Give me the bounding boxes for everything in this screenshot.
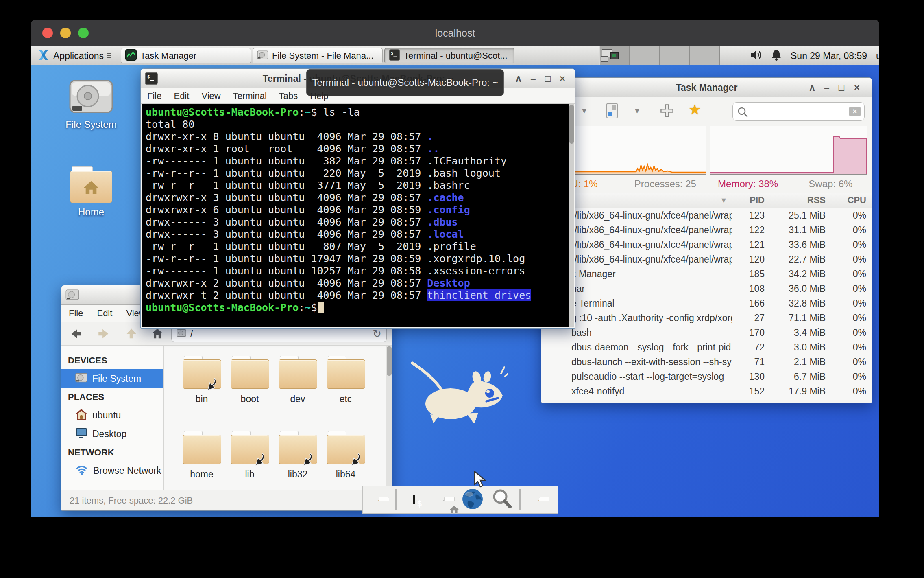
dock-item-web-browser[interactable] — [461, 488, 484, 512]
process-row[interactable]: r/lib/x86_64-linux-gnu/xfce4/panel/wrapp… — [541, 252, 872, 267]
terminal-output-line: drwxrwxr-x 3 ubuntu ubuntu 4096 Mar 29 0… — [146, 192, 569, 204]
taskbar-button-task-manager[interactable]: Task Manager — [121, 48, 251, 63]
search-field[interactable]: × — [732, 102, 865, 121]
chevron-down-icon[interactable]: ▾ — [582, 105, 586, 116]
workspace-1[interactable] — [599, 46, 630, 65]
shade-button-icon[interactable]: ∧ — [805, 78, 819, 97]
terminal-output-line: -rw------- 1 ubuntu ubuntu 10257 Mar 29 … — [146, 265, 569, 277]
menu-item-terminal[interactable]: Terminal — [233, 91, 267, 101]
menu-item-file[interactable]: File — [147, 91, 161, 101]
folder-item-home[interactable]: home — [178, 430, 226, 490]
folder-icon — [231, 435, 269, 464]
applications-menu-button[interactable]: Applications — [33, 46, 116, 65]
scrollbar[interactable] — [386, 346, 392, 490]
reload-icon[interactable]: ↻ — [373, 328, 381, 340]
process-table-header[interactable]: ▾ PID RSS CPU — [541, 193, 872, 208]
folder-item-etc[interactable]: etc — [322, 355, 370, 430]
dock-item-terminal[interactable]: $_ — [402, 488, 426, 512]
menu-item-file[interactable]: File — [69, 308, 83, 319]
rss-column-header[interactable]: RSS — [770, 195, 831, 206]
chevron-down-icon[interactable]: ▾ — [635, 105, 639, 116]
clear-search-icon[interactable]: × — [849, 107, 861, 116]
folder-item-dev[interactable]: dev — [274, 355, 322, 430]
pid-column-header[interactable]: PID — [732, 195, 770, 206]
screenshot-stage: localhost Applications Task ManagerFile … — [0, 0, 924, 578]
terminal-prompt-line[interactable]: ubuntu@Scotts-MacBook-Pro:~$ — [146, 302, 569, 314]
menu-item-edit[interactable]: Edit — [174, 91, 189, 101]
dock-item-folder[interactable] — [366, 488, 390, 512]
sidebar-item-browse-network[interactable]: Browse Network — [61, 461, 163, 480]
menu-item-edit[interactable]: Edit — [97, 308, 112, 319]
symlink-arrow-icon — [205, 377, 219, 393]
process-row[interactable]: k Manager18534.2 MiB0% — [541, 267, 872, 281]
window-tooltip: Terminal - ubuntu@Scotts-MacBook-Pro: ~ — [306, 69, 504, 96]
terminal-output-line: drwxrwxr-t 2 ubuntu ubuntu 4096 Mar 29 0… — [146, 289, 569, 302]
process-row[interactable]: pulseaudio --start --log-target=syslog13… — [541, 369, 872, 384]
notification-bell-icon[interactable] — [771, 49, 782, 63]
task-manager-icon — [125, 49, 137, 62]
process-row[interactable]: e Terminal16632.8 MiB0% — [541, 296, 872, 311]
terminal-output[interactable]: ubuntu@Scotts-MacBook-Pro:~$ ls -latotal… — [142, 104, 569, 327]
task-manager-titlebar[interactable]: Task Manager ∧ – □ × — [541, 78, 872, 97]
process-row[interactable]: nar10836.0 MiB0% — [541, 281, 872, 296]
process-row[interactable]: dbus-launch --exit-with-session --sh-syn… — [541, 355, 872, 369]
desktop-icon-filesystem[interactable]: File System — [54, 79, 128, 130]
process-row[interactable]: r/lib/x86_64-linux-gnu/xfce4/panel/wrapp… — [541, 208, 872, 223]
minimize-button-icon[interactable]: – — [820, 78, 834, 97]
panel-user-label[interactable]: ubuntu — [876, 50, 879, 61]
desktop-icon-home[interactable]: Home — [54, 171, 128, 218]
process-row[interactable]: bash1703.4 MiB0% — [541, 325, 872, 340]
dock-item-folder[interactable] — [526, 488, 550, 512]
processes-stat: Processes: 25 — [624, 178, 706, 190]
menu-item-view[interactable]: View — [201, 91, 220, 101]
path-text[interactable]: / — [190, 328, 368, 339]
workspace-3[interactable] — [660, 46, 690, 65]
folder-grid: binbootdevetchomeliblib32lib64 — [178, 355, 370, 490]
terminal-cursor — [318, 302, 324, 313]
workspace-2[interactable] — [630, 46, 660, 65]
workspace-4[interactable] — [690, 46, 720, 65]
maximize-button-icon[interactable]: □ — [541, 69, 555, 88]
sidebar-item-label: Browse Network — [93, 465, 161, 476]
dock-item-search[interactable] — [490, 488, 514, 512]
memory-stat: Memory: 38% — [707, 178, 789, 190]
menu-item-tabs[interactable]: Tabs — [279, 91, 298, 101]
process-row[interactable]: dbus-daemon --syslog --fork --print-pid … — [541, 340, 872, 355]
process-row[interactable]: xfce4-notifyd15217.9 MiB0% — [541, 384, 872, 398]
maximize-button-icon[interactable]: □ — [835, 78, 848, 97]
add-icon[interactable] — [660, 104, 674, 119]
taskbar-button-terminal[interactable]: $Terminal - ubuntu@Scot... — [384, 48, 514, 63]
sidebar-item-file-system[interactable]: File System — [61, 369, 163, 388]
cpu-column-header[interactable]: CPU — [831, 195, 872, 206]
minimize-button-icon[interactable]: – — [526, 69, 540, 88]
sidebar-item-label: File System — [92, 373, 141, 384]
folder-item-lib64[interactable]: lib64 — [322, 430, 370, 490]
view-toggle-icon[interactable] — [606, 103, 618, 118]
folder-item-bin[interactable]: bin — [178, 355, 226, 430]
dock-separator — [519, 489, 521, 510]
dock-item-home-folder[interactable] — [431, 488, 455, 512]
forward-icon[interactable] — [95, 326, 113, 342]
folder-item-lib[interactable]: lib — [226, 430, 274, 490]
close-button-icon[interactable]: × — [556, 69, 569, 88]
workspace-switcher[interactable] — [599, 46, 720, 65]
taskbar-button-file-manager[interactable]: File System - File Mana... — [253, 48, 383, 63]
up-icon[interactable] — [122, 326, 140, 342]
folder-item-lib32[interactable]: lib32 — [274, 430, 322, 490]
process-row[interactable]: r/lib/x86_64-linux-gnu/xfce4/panel/wrapp… — [541, 237, 872, 252]
macos-titlebar[interactable]: localhost — [31, 20, 879, 46]
process-row[interactable]: r/lib/x86_64-linux-gnu/xfce4/panel/wrapp… — [541, 223, 872, 237]
shade-button-icon[interactable]: ∧ — [512, 69, 525, 88]
volume-icon[interactable] — [750, 49, 762, 62]
terminal-output-line: total 80 — [146, 118, 569, 131]
back-icon[interactable] — [67, 326, 85, 342]
sidebar-item-desktop[interactable]: Desktop — [61, 425, 163, 443]
folder-item-boot[interactable]: boot — [226, 355, 274, 430]
panel-clock[interactable]: Sun 29 Mar, 08:59 — [791, 50, 867, 61]
hard-drive-icon — [177, 329, 186, 339]
favorite-star-icon[interactable]: ★ — [689, 101, 701, 118]
process-row[interactable]: g :10 -auth .Xauthority -config xrdp/xor… — [541, 311, 872, 325]
sidebar-item-ubuntu[interactable]: ubuntu — [61, 406, 163, 425]
close-button-icon[interactable]: × — [850, 78, 864, 97]
scrollbar[interactable] — [569, 104, 574, 327]
